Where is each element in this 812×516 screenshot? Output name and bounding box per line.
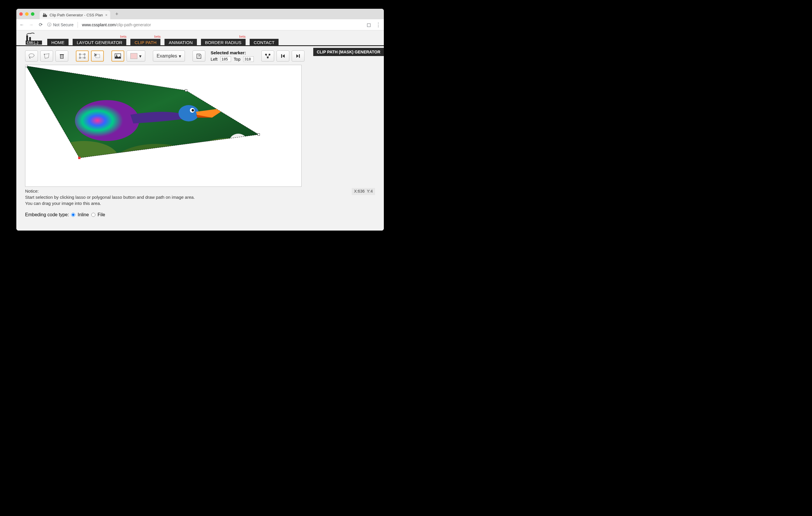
marker-0[interactable] — [25, 65, 27, 67]
embed-label: Embeding code type: — [25, 212, 69, 217]
svg-rect-29 — [281, 54, 282, 58]
examples-label: Examples — [156, 53, 177, 59]
svg-point-7 — [29, 54, 34, 57]
info-icon: ⓘ — [47, 22, 51, 27]
nav-contact[interactable]: CONTACT — [250, 39, 279, 45]
new-tab-button[interactable]: + — [113, 11, 121, 17]
close-tab-icon[interactable]: × — [105, 13, 108, 17]
beta-badge: beta — [154, 35, 161, 38]
cursor-coords: X:636 Y:4 — [352, 188, 375, 195]
embed-options: Embeding code type: Inline File — [16, 206, 384, 217]
nav-border-radius[interactable]: BORDER RADIUSbeta — [201, 39, 245, 45]
svg-rect-18 — [96, 54, 100, 58]
polygonal-lasso-button[interactable] — [40, 51, 53, 61]
svg-line-28 — [268, 55, 269, 57]
coord-y: Y:4 — [367, 189, 373, 193]
svg-rect-32 — [25, 65, 301, 187]
svg-rect-14 — [79, 54, 81, 55]
beta-badge: beta — [239, 35, 245, 38]
svg-rect-9 — [60, 55, 63, 58]
page-content: CSS {...} HOMELAYOUT GENERATORbetaCLIP P… — [16, 30, 384, 230]
coord-x: X:636 — [354, 189, 365, 193]
main-nav: HOMELAYOUT GENERATORbetaCLIP PATHbetaANI… — [47, 30, 279, 45]
prev-button[interactable] — [277, 51, 289, 61]
examples-dropdown[interactable]: Examples ▾ — [153, 51, 185, 61]
marker-title: Selected marker: — [210, 50, 254, 55]
left-label: Left — [210, 57, 217, 61]
next-button[interactable] — [292, 51, 304, 61]
svg-point-40 — [230, 134, 247, 148]
svg-rect-30 — [299, 54, 300, 58]
svg-point-35 — [189, 138, 270, 179]
url-text[interactable]: www.cssplant.com/clip-path-generator — [82, 23, 151, 27]
color-swatch — [130, 53, 137, 59]
svg-rect-1 — [44, 13, 44, 15]
file-radio[interactable] — [91, 213, 95, 217]
nav-animation[interactable]: ANIMATION — [165, 39, 197, 45]
browser-window: Clip Path Generator - CSS Plan × + ← → ⟳… — [16, 9, 384, 230]
notice-title: Notice: — [25, 188, 352, 194]
svg-point-8 — [44, 54, 45, 55]
chevron-down-icon: ▾ — [179, 53, 181, 59]
inline-label: Inline — [78, 212, 89, 217]
marker-panel: Selected marker: Left Top — [210, 50, 254, 62]
page-badge: CLIP PATH (MASK) GENERATOR — [313, 48, 384, 56]
svg-rect-0 — [43, 15, 47, 17]
site-logo[interactable]: CSS {...} — [25, 32, 42, 45]
left-input[interactable] — [221, 56, 231, 62]
close-window-button[interactable] — [19, 12, 23, 16]
url-path: /clip-path-generator — [116, 23, 151, 27]
nav-clip-path[interactable]: CLIP PATHbeta — [130, 39, 161, 45]
not-secure-label: Not Secure — [53, 23, 74, 27]
zoom-window-button[interactable] — [31, 12, 34, 16]
file-label: File — [98, 212, 105, 217]
svg-rect-17 — [84, 57, 85, 58]
browser-tab[interactable]: Clip Path Generator - CSS Plan × — [40, 10, 110, 19]
svg-point-37 — [178, 105, 199, 121]
reload-button[interactable]: ⟳ — [38, 22, 43, 27]
svg-text:?: ? — [198, 54, 200, 58]
svg-text:CSS {...}: CSS {...} — [27, 41, 38, 44]
help-button[interactable]: ? — [193, 51, 205, 61]
lasso-tool-button[interactable] — [25, 51, 38, 61]
forward-button[interactable]: → — [29, 22, 34, 27]
svg-rect-10 — [60, 54, 64, 55]
clipped-image — [25, 65, 301, 187]
svg-point-39 — [192, 109, 194, 111]
notice-area: Notice: Start selection by clicking lass… — [16, 187, 384, 206]
delete-button[interactable] — [55, 51, 68, 61]
titlebar: Clip Path Generator - CSS Plan × + — [16, 9, 384, 19]
inline-radio[interactable] — [71, 213, 75, 217]
marker-3[interactable] — [78, 157, 81, 159]
url-bar: ← → ⟳ ⓘ Not Secure www.cssplant.com/clip… — [16, 19, 384, 30]
menu-icon[interactable]: ⋮ — [376, 22, 381, 28]
svg-point-22 — [116, 55, 117, 56]
marker-2[interactable] — [258, 133, 260, 136]
url-host: www.cssplant.com — [82, 23, 116, 27]
svg-rect-6 — [29, 37, 31, 40]
top-input[interactable] — [243, 56, 254, 62]
image-button[interactable] — [111, 51, 124, 61]
nav-layout-generator[interactable]: LAYOUT GENERATORbeta — [72, 39, 126, 45]
color-picker[interactable]: ▾ — [126, 51, 145, 61]
crop-button[interactable] — [91, 51, 104, 61]
favicon-icon — [42, 12, 47, 17]
top-label: Top — [234, 57, 241, 61]
minimize-window-button[interactable] — [25, 12, 29, 16]
marker-1[interactable] — [185, 89, 187, 92]
divider — [78, 22, 78, 28]
back-button[interactable]: ← — [19, 22, 25, 27]
notice-line1: Start selection by clicking lasso or pol… — [25, 194, 352, 200]
window-controls — [19, 12, 34, 16]
link-nodes-button[interactable] — [261, 51, 274, 61]
beta-badge: beta — [120, 35, 126, 38]
svg-rect-5 — [26, 35, 28, 40]
svg-rect-15 — [84, 54, 85, 55]
transform-button[interactable] — [76, 51, 89, 61]
svg-rect-2 — [45, 14, 46, 15]
nav-home[interactable]: HOME — [47, 39, 68, 45]
canvas[interactable] — [25, 65, 301, 187]
svg-line-27 — [266, 55, 268, 57]
security-indicator[interactable]: ⓘ Not Secure — [47, 22, 74, 27]
profile-icon[interactable]: ◻︎ — [367, 22, 371, 28]
